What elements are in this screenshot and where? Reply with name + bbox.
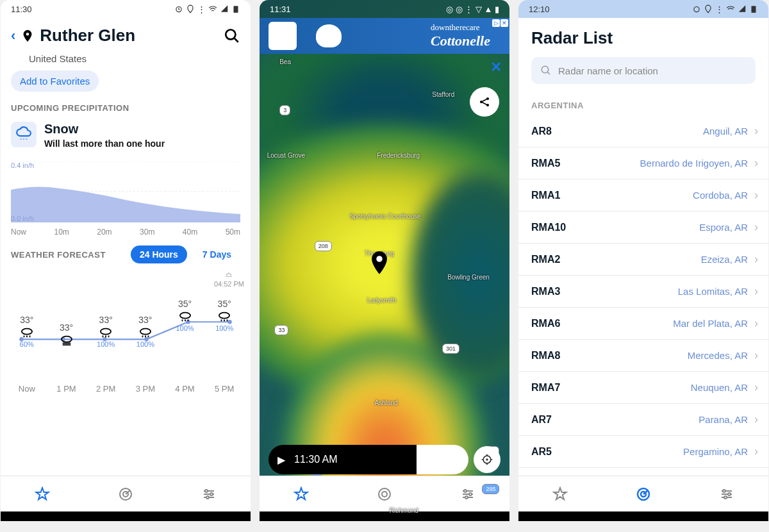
radar-code: AR8 (531, 126, 552, 137)
cloud-snow-icon (217, 311, 231, 322)
radar-item[interactable]: RMA5Bernardo de Irigoyen, AR› (518, 147, 768, 179)
fc-pct: 100% (136, 340, 154, 348)
fc-time: 4 PM (165, 384, 205, 394)
location-country: United States (1, 53, 251, 64)
chevron-right-icon: › (754, 317, 758, 330)
radar-item[interactable]: RMA2Ezeiza, AR› (518, 244, 768, 276)
screen-weather-detail: 11:30 ⋮ ‹ Ruther Glen United States Add … (1, 0, 251, 521)
signal-icon (738, 4, 747, 13)
cloud-snow-icon (178, 311, 192, 322)
fc-pct: 60% (20, 340, 34, 348)
tab-7-days[interactable]: 7 Days (194, 245, 240, 263)
nav-settings[interactable] (426, 476, 509, 511)
nav-favorites[interactable] (1, 476, 84, 511)
sliders-icon (460, 486, 475, 502)
radar-item[interactable]: AR5Pergamino, AR› (518, 436, 768, 468)
precip-chart: 0.4 in/h 0.0 in/h (11, 162, 240, 222)
svg-line-4 (234, 38, 238, 42)
chevron-right-icon: › (754, 285, 758, 298)
screen-radar-list: 12:10 ⋮ Radar List Radar name or locatio… (518, 0, 768, 521)
nav-favorites[interactable] (260, 476, 343, 511)
radar-item[interactable]: RMA8Mercedes, AR› (518, 340, 768, 372)
status-icons: ⋮ (174, 4, 240, 14)
locate-button[interactable] (474, 446, 500, 473)
svg-point-15 (101, 329, 111, 335)
back-icon[interactable]: ‹ (11, 28, 15, 44)
radar-map[interactable]: ✕ Bea Stafford Fredericksburg Locust Gro… (260, 54, 509, 521)
forecast-header: WEATHER FORECAST 24 Hours 7 Days (1, 239, 251, 270)
share-button[interactable] (470, 87, 499, 117)
chart-x-label: 20m (97, 228, 112, 237)
radar-item[interactable]: RMA7Neuquen, AR› (518, 372, 768, 404)
radar-item[interactable]: RMA3Las Lomitas, AR› (518, 276, 768, 308)
status-time: 12:10 (529, 4, 550, 14)
cloud-snow-icon (20, 327, 34, 338)
svg-point-43 (724, 496, 727, 499)
radar-item[interactable]: RMA1Cordoba, AR› (518, 179, 768, 212)
chart-x-label: Now (11, 228, 26, 237)
nav-radar[interactable] (343, 476, 426, 511)
ad-product-image (316, 24, 342, 47)
route-badge: 301 (442, 344, 459, 354)
sliders-icon (201, 486, 217, 502)
nav-radar[interactable] (84, 476, 167, 511)
chart-y-min: 0.0 in/h (11, 215, 34, 222)
snow-icon (11, 122, 37, 147)
system-nav-bar (1, 511, 251, 521)
svg-rect-1 (234, 6, 238, 12)
radar-item[interactable]: RMA6Mar del Plata, AR› (518, 308, 768, 340)
radar-location: Bernardo de Irigoyen, AR (640, 158, 748, 169)
wifi-icon (726, 4, 735, 13)
forecast-row[interactable]: 04:52 PM 33°60% 33° 33°100% 33°100% 35°1… (1, 270, 251, 366)
battery-icon (231, 4, 240, 13)
timeline-future[interactable] (417, 445, 468, 474)
chart-x-label: 40m (183, 228, 197, 237)
radar-item[interactable]: AR7Parana, AR› (518, 404, 768, 436)
chevron-right-icon: › (754, 156, 758, 170)
svg-point-33 (469, 493, 472, 495)
svg-point-27 (376, 256, 383, 262)
close-icon[interactable]: ✕ (490, 59, 502, 76)
tab-24-hours[interactable]: 24 Hours (131, 245, 187, 263)
search-icon[interactable] (224, 28, 240, 44)
chevron-right-icon: › (754, 445, 758, 458)
fc-temp: 33° (138, 315, 152, 325)
location-title: Ruther Glen (40, 26, 219, 46)
radar-code: RMA5 (531, 158, 560, 169)
nav-settings[interactable] (167, 476, 251, 511)
radar-code: RMA6 (531, 318, 560, 329)
nav-favorites[interactable] (518, 476, 602, 511)
route-badge: 3 (279, 105, 290, 115)
radar-location: Ezeiza, AR (701, 254, 748, 265)
radar-icon (636, 486, 651, 502)
more-icon: ⋮ (197, 4, 206, 14)
ad-info-icon[interactable]: ▷ (492, 19, 500, 27)
upcoming-precip-heading: UPCOMING PRECIPITATION (1, 98, 251, 118)
star-icon (552, 486, 568, 502)
svg-point-34 (465, 496, 468, 499)
search-input[interactable]: Radar name or location (531, 57, 756, 84)
status-bar: 11:30 ⋮ (1, 0, 251, 18)
nav-radar[interactable] (602, 476, 685, 511)
radar-code: RMA1 (531, 190, 560, 201)
svg-point-21 (205, 490, 208, 492)
group-header: ARGENTINA (518, 96, 768, 115)
radar-list[interactable]: AR8Anguil, AR›RMA5Bernardo de Irigoyen, … (518, 115, 768, 500)
bottom-nav (518, 476, 768, 511)
chevron-right-icon: › (754, 124, 758, 138)
status-bar: 12:10 ⋮ (518, 0, 768, 18)
play-button[interactable]: ▶ 11:30 AM (269, 445, 417, 474)
ad-product-image (269, 22, 297, 50)
ad-banner[interactable]: downtherecare Cottonelle ▷✕ (260, 18, 509, 54)
fc-time: 3 PM (126, 384, 165, 394)
system-nav-bar (518, 511, 768, 521)
radar-location: Las Lomitas, AR (678, 286, 748, 297)
timeline-time: 11:30 AM (294, 454, 338, 465)
add-favorite-button[interactable]: Add to Favorites (11, 71, 99, 92)
radar-code: AR7 (531, 414, 552, 426)
map-label: Richmond (390, 507, 418, 514)
nav-settings[interactable] (685, 476, 768, 511)
radar-item[interactable]: RMA10Espora, AR› (518, 212, 768, 244)
ad-close-icon[interactable]: ✕ (500, 19, 508, 27)
radar-item[interactable]: AR8Anguil, AR› (518, 115, 768, 147)
